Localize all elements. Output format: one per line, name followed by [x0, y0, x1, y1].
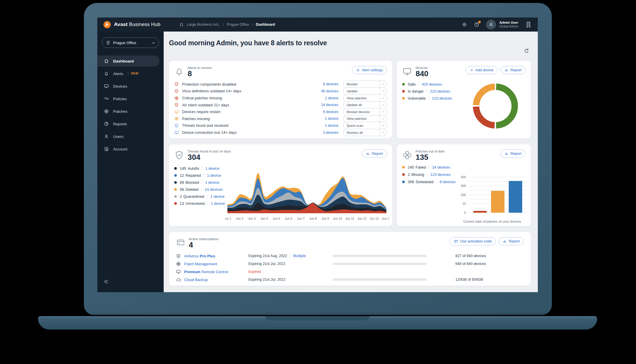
monitor-icon: [176, 269, 181, 274]
legend-value: 356: [408, 180, 414, 184]
chevron-down-icon[interactable]: [380, 108, 387, 115]
alert-action-dropdown[interactable]: Restart: [343, 81, 387, 88]
subscription-name-link[interactable]: Patch Management: [176, 261, 248, 266]
button-label: Add device: [476, 68, 494, 72]
alert-devices-link[interactable]: 6 devices: [323, 82, 338, 86]
alert-action-dropdown[interactable]: View patches: [343, 115, 387, 122]
alert-action-dropdown[interactable]: Dismiss all: [343, 129, 387, 136]
svg-text:200: 200: [461, 193, 466, 197]
dropdown-label: View patches: [343, 96, 380, 100]
settings-gear-icon[interactable]: [462, 22, 467, 27]
chevron-down-icon[interactable]: [380, 88, 387, 94]
alert-devices-link[interactable]: 3 devices: [323, 131, 338, 135]
legend-link[interactable]: 1 device: [205, 180, 219, 185]
legend-link[interactable]: 1 device: [211, 201, 225, 206]
alert-devices-link[interactable]: 45 devices: [321, 89, 338, 93]
subscription-name-link[interactable]: Premium Remote Control: [176, 269, 248, 274]
legend-link[interactable]: 1 device: [207, 173, 221, 178]
breadcrumb-separator: /: [252, 22, 253, 27]
chevron-down-icon[interactable]: [380, 122, 387, 129]
patch-icon: [176, 261, 181, 266]
legend-link[interactable]: 123 devices: [430, 172, 450, 177]
dropdown-label: Restart devices: [343, 110, 380, 114]
legend-dot: [174, 174, 177, 177]
divider: [202, 167, 202, 170]
expiry-text: Expiring 21st Jul, 2022: [248, 262, 285, 266]
subscriptions-report-button[interactable]: Report: [499, 237, 524, 245]
svg-text:Jun 7: Jun 7: [297, 217, 305, 220]
sidebar-item-dashboard[interactable]: Dashboard: [97, 56, 160, 67]
breadcrumb-account[interactable]: Large Business Acc.: [187, 22, 220, 27]
alert-devices-link[interactable]: 6 devices: [323, 110, 338, 114]
devices-report-button[interactable]: Report: [500, 66, 526, 74]
sidebar-item-patches[interactable]: Patches: [97, 106, 164, 117]
divider: [204, 174, 204, 177]
alert-action-dropdown[interactable]: Quick scan: [343, 122, 387, 129]
legend-label: Deleted: [185, 187, 198, 192]
legend-link[interactable]: 14 devices: [432, 165, 450, 169]
sidebar-item-reports[interactable]: Reports: [97, 118, 164, 129]
chevron-down-icon[interactable]: [380, 81, 387, 88]
legend-link[interactable]: 210 devices: [430, 89, 450, 93]
legend-row: 245Failed14 devices: [402, 164, 456, 171]
alert-action-dropdown[interactable]: Update: [343, 87, 387, 95]
sidebar-item-policies[interactable]: Policies: [97, 93, 164, 104]
alert-devices-link[interactable]: 1 device: [325, 96, 338, 100]
location-selector[interactable]: Prague Office: [102, 37, 159, 48]
legend-link[interactable]: 14 devices: [205, 187, 223, 192]
legend-link[interactable]: 1 device: [205, 166, 219, 171]
subscription-name-link[interactable]: Antivirus Pro Plus: [176, 254, 248, 259]
legend-link[interactable]: 420 devices: [422, 82, 442, 86]
chevron-down-icon[interactable]: [380, 102, 387, 108]
legend-link[interactable]: 1 device: [210, 194, 224, 199]
svg-text:Jun 1: Jun 1: [225, 217, 231, 220]
dropdown-label: Quick scan: [343, 124, 380, 127]
refresh-icon[interactable]: [523, 48, 530, 54]
legend-dot: [174, 167, 177, 170]
collapse-sidebar-icon[interactable]: [103, 279, 109, 285]
patches-report-button[interactable]: Report: [500, 150, 526, 158]
sidebar-item-users[interactable]: Users: [97, 131, 164, 142]
svg-text:300: 300: [461, 184, 466, 188]
alert-action-dropdown[interactable]: Restart devices: [343, 108, 387, 115]
add-device-button[interactable]: Add device: [466, 66, 498, 74]
user-info[interactable]: Admin User Global Admin: [500, 20, 519, 29]
chevron-down-icon[interactable]: [380, 129, 387, 136]
home-icon[interactable]: [179, 22, 184, 27]
legend-link[interactable]: 6 devices: [440, 180, 456, 184]
alert-devices-link[interactable]: 14 devices: [321, 103, 338, 107]
threats-report-button[interactable]: Report: [362, 150, 387, 158]
alert-settings-button[interactable]: Alert settings: [352, 66, 387, 74]
help-icon[interactable]: [474, 22, 480, 27]
divider: [429, 166, 429, 169]
alert-title: Virus definitions outdated 14+ days: [182, 89, 321, 93]
sidebar-item-devices[interactable]: Devices: [97, 81, 164, 92]
chevron-down-icon[interactable]: [380, 115, 387, 122]
sidebar-item-label: Users: [113, 134, 123, 139]
sidebar-item-alerts[interactable]: Alerts NEW: [97, 68, 164, 79]
bell-icon: [104, 71, 109, 76]
breadcrumb-site[interactable]: Prague Office: [227, 22, 249, 27]
company-switcher-icon[interactable]: [525, 21, 532, 28]
subscription-name-link[interactable]: Cloud Backup: [176, 277, 248, 282]
svg-text:Jun 6: Jun 6: [285, 217, 292, 220]
sidebar-item-account[interactable]: Account: [97, 143, 164, 155]
alert-devices-link[interactable]: 1 device: [325, 124, 338, 128]
svg-text:Jun 4: Jun 4: [260, 217, 268, 220]
legend-label: Vulnerable: [408, 96, 426, 100]
pie-chart-icon: [104, 121, 109, 126]
subscription-expiry: Expiring 21st Jul, 2022: [248, 278, 333, 282]
alert-action-dropdown[interactable]: Update all: [343, 101, 387, 109]
legend-link[interactable]: 210 devices: [432, 96, 452, 100]
use-activation-code-button[interactable]: Use activation code: [450, 237, 496, 245]
alert-action-dropdown[interactable]: View patches: [343, 94, 387, 102]
divider: [202, 181, 202, 184]
multiple-link[interactable]: Multiple: [290, 254, 306, 258]
legend-value: 89: [180, 180, 184, 185]
legend-label: Quarantined: [183, 194, 204, 199]
chevron-down-icon[interactable]: [380, 95, 387, 101]
legend-label: Missing: [411, 172, 424, 177]
avatar[interactable]: [486, 20, 496, 30]
plus-icon: [470, 68, 474, 72]
alert-devices-link[interactable]: 1 device: [325, 117, 338, 121]
